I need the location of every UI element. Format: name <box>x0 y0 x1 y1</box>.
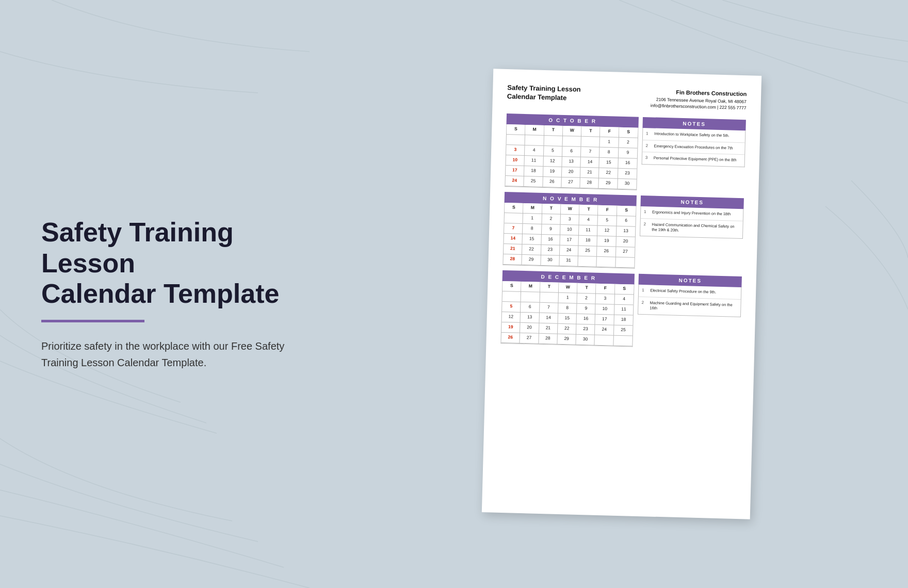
col-w: W <box>563 126 582 137</box>
oct-d16: 12 <box>543 156 562 167</box>
month-row-october: O C T O B E R S M T W T F S 1 2 <box>505 113 746 193</box>
dec-note-2: 2 Machine Guarding and Equipment Safety … <box>638 297 741 316</box>
oct-d27: 23 <box>618 169 637 179</box>
accent-bar <box>41 320 144 322</box>
oct-d17: 13 <box>562 157 581 168</box>
oct-d1 <box>525 135 544 146</box>
oct-d24: 20 <box>562 167 581 178</box>
oct-d8: 4 <box>525 145 544 156</box>
page-description: Prioritize safety in the workplace with … <box>41 338 289 371</box>
oct-d11: 7 <box>581 147 600 158</box>
december-grid: S M T W T F S 1 2 3 4 5 6 <box>500 281 634 347</box>
oct-d3 <box>562 136 581 147</box>
oct-d26: 22 <box>599 168 618 179</box>
month-row-november: N O V E M B E R S M T W T F S 1 2 3 4 5 <box>502 192 744 271</box>
oct-d4 <box>581 137 601 148</box>
oct-d29: 25 <box>524 176 543 187</box>
oct-d14: 10 <box>506 155 525 166</box>
nov-notes-body: 1 Ergonomics and Injury Prevention on th… <box>640 206 743 239</box>
calendar-october: O C T O B E R S M T W T F S 1 2 <box>505 113 639 190</box>
oct-d9: 5 <box>544 146 563 157</box>
right-panel: Safety Training LessonCalendar Template … <box>335 72 908 516</box>
month-row-december: D E C E M B E R S M T W T F S 1 2 3 4 <box>500 270 742 350</box>
calendar-november: N O V E M B E R S M T W T F S 1 2 3 4 5 <box>502 192 637 269</box>
calendar-december: D E C E M B E R S M T W T F S 1 2 3 4 <box>500 270 635 347</box>
notes-november: NOTES 1 Ergonomics and Injury Prevention… <box>639 195 744 271</box>
oct-note-3: 3 Personal Protective Equipment (PPE) on… <box>642 152 745 167</box>
oct-d32: 28 <box>580 178 599 189</box>
oct-d33: 29 <box>599 178 618 189</box>
oct-d6: 2 <box>619 138 638 149</box>
oct-d28: 24 <box>505 176 524 187</box>
oct-d0 <box>506 135 525 145</box>
oct-d31: 27 <box>561 177 580 188</box>
oct-d12: 8 <box>599 148 619 158</box>
oct-d22: 18 <box>524 166 543 177</box>
oct-d21: 17 <box>506 166 525 176</box>
notes-october: NOTES 1 Introduction to Workplace Safety… <box>641 117 746 193</box>
col-s: S <box>507 124 526 135</box>
col-t2: T <box>581 126 601 137</box>
oct-d19: 15 <box>599 158 619 169</box>
oct-notes-body: 1 Introduction to Workplace Safety on th… <box>642 128 746 167</box>
oct-d18: 14 <box>581 157 600 168</box>
col-f: F <box>600 127 619 138</box>
dec-notes-body: 1 Electrical Safety Procedure on the 9th… <box>638 285 741 317</box>
page-title: Safety Training Lesson Calendar Template <box>41 217 294 309</box>
november-grid: S M T W T F S 1 2 3 4 5 6 7 <box>502 203 636 269</box>
oct-d7: 3 <box>506 145 525 156</box>
col-m: M <box>525 125 544 136</box>
col-t1: T <box>544 125 563 136</box>
oct-d20: 16 <box>618 158 637 169</box>
doc-header: Safety Training LessonCalendar Template … <box>507 84 747 111</box>
notes-december: NOTES 1 Electrical Safety Procedure on t… <box>637 274 742 350</box>
oct-d34: 30 <box>618 179 637 190</box>
left-panel: Safety Training Lesson Calendar Template… <box>0 186 335 402</box>
oct-d13: 9 <box>619 148 638 159</box>
document: Safety Training LessonCalendar Template … <box>482 69 761 519</box>
nov-note-2: 2 Hazard Communication and Chemical Safe… <box>640 218 743 238</box>
oct-d23: 19 <box>543 167 562 177</box>
oct-d10: 6 <box>562 146 581 157</box>
company-info: Fin Brothers Construction 2106 Tennessee… <box>651 87 747 111</box>
oct-d15: 11 <box>525 156 544 167</box>
oct-d30: 26 <box>543 177 562 188</box>
oct-d25: 21 <box>580 168 599 178</box>
oct-d5: 1 <box>600 137 619 148</box>
doc-title: Safety Training LessonCalendar Template <box>507 84 581 103</box>
oct-d2 <box>544 136 563 146</box>
october-grid: S M T W T F S 1 2 3 4 <box>505 124 638 190</box>
col-s2: S <box>619 127 638 138</box>
